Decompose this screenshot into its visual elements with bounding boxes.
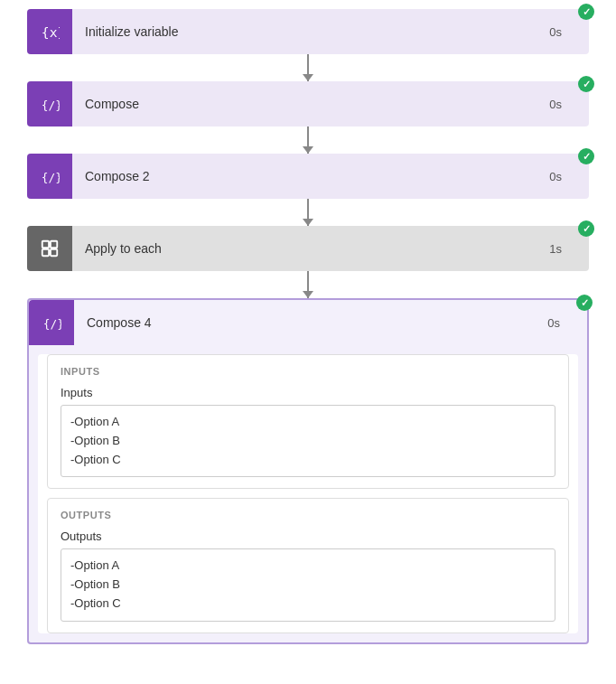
svg-text:{x}: {x} [42, 24, 60, 40]
outputs-field-label: Outputs [61, 529, 555, 543]
arrow-3 [307, 199, 309, 226]
compose2-label: Compose 2 [72, 169, 549, 183]
outputs-section: OUTPUTS Outputs -Option A -Option B -Opt… [47, 498, 569, 632]
step-compose4-container: {/} Compose 4 0s INPUTS Inputs -Option A… [27, 298, 589, 644]
outputs-value-box: -Option A -Option B -Option C [61, 548, 555, 621]
apply-each-success-badge [578, 220, 594, 237]
svg-text:{/}: {/} [43, 317, 61, 331]
compose2-duration: 0s [549, 170, 589, 183]
apply-each-label: Apply to each [72, 241, 549, 256]
svg-rect-5 [42, 249, 49, 256]
arrow-1 [307, 54, 309, 81]
init-var-duration: 0s [549, 25, 589, 39]
apply-each-icon [27, 226, 72, 271]
step-init-var[interactable]: {x} Initialize variable 0s [27, 9, 589, 54]
compose-label: Compose [72, 97, 549, 111]
init-var-icon: {x} [27, 9, 72, 54]
svg-rect-3 [42, 241, 49, 248]
flow-container: {x} Initialize variable 0s {/} Compose 0… [0, 0, 616, 662]
input-line-3: -Option C [70, 451, 546, 470]
step-compose4-header[interactable]: {/} Compose 4 0s [29, 300, 587, 345]
input-line-1: -Option A [70, 413, 546, 432]
inputs-section: INPUTS Inputs -Option A -Option B -Optio… [47, 354, 569, 489]
step-compose2[interactable]: {/} Compose 2 0s [27, 154, 589, 199]
svg-text:{/}: {/} [42, 98, 60, 112]
compose4-label: Compose 4 [74, 315, 547, 330]
output-line-2: -Option B [70, 576, 546, 595]
compose2-icon: {/} [27, 154, 72, 199]
svg-rect-6 [51, 249, 57, 256]
inputs-section-label: INPUTS [61, 366, 555, 377]
init-var-label: Initialize variable [72, 24, 549, 39]
arrow-2 [307, 126, 309, 154]
outputs-section-label: OUTPUTS [61, 510, 555, 520]
compose4-success-badge [576, 295, 593, 311]
arrow-4 [307, 271, 309, 298]
compose4-icon: {/} [29, 300, 74, 345]
compose4-body: INPUTS Inputs -Option A -Option B -Optio… [38, 354, 578, 633]
apply-each-duration: 1s [549, 242, 589, 256]
input-line-2: -Option B [70, 432, 546, 451]
svg-text:{/}: {/} [42, 171, 60, 184]
compose-success-badge [578, 76, 594, 92]
step-compose[interactable]: {/} Compose 0s [27, 81, 589, 126]
compose2-success-badge [578, 148, 594, 164]
compose-duration: 0s [549, 98, 589, 111]
inputs-field-label: Inputs [61, 386, 555, 399]
init-var-success-badge [578, 4, 594, 20]
svg-rect-4 [51, 241, 57, 248]
output-line-1: -Option A [70, 557, 546, 576]
output-line-3: -Option C [70, 595, 546, 614]
compose-icon: {/} [27, 81, 72, 126]
inputs-value-box: -Option A -Option B -Option C [61, 405, 555, 477]
step-apply-each[interactable]: Apply to each 1s [27, 226, 589, 271]
compose4-duration: 0s [547, 316, 587, 330]
